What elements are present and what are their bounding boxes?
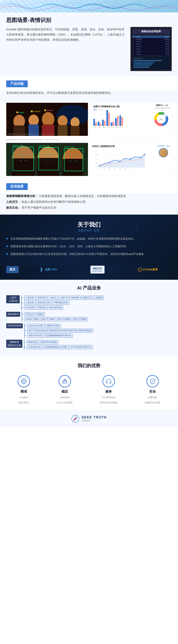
- svg-point-64: [140, 157, 141, 158]
- demo-box-faces: Happy 94.2% Neutral 87.5% Happy 91.3%: [6, 143, 88, 176]
- branch-image-1: 物体识别 文场字符存在检测: [25, 340, 172, 345]
- about-en-title: ABOUT US: [6, 229, 172, 232]
- demo-grid-row2: Happy 94.2% Neutral 87.5% Happy 91.3% 识别…: [6, 143, 172, 176]
- svg-text:中: 中: [130, 169, 131, 170]
- svg-text:0: 0: [96, 167, 97, 168]
- ai-products-section: AI 产品业务 人脸与人体识别 人脸识别 表情识别 人脸1:1 人脸1:N 活体…: [0, 280, 178, 356]
- score-bar-5: [133, 66, 149, 68]
- table-row: 2 Team B 59.12: [132, 40, 170, 43]
- tag-body-analysis: 人体分析: [24, 300, 35, 305]
- bar-item: 乐: [106, 110, 110, 128]
- svg-point-87: [23, 381, 24, 382]
- tags-row-1: 人脸识别 表情识别 人脸1:1 人脸1:N 活体检测 轮廓识别 人脸版量: [24, 296, 104, 300]
- svg-text:50: 50: [95, 158, 97, 160]
- advantages-grid: 精准 行业领先 AI算法能力 稳定 实时监测 全方位运维保障: [6, 375, 172, 404]
- cat-image-label: 图像检测智能识别分析: [6, 340, 22, 348]
- score-bar-1: [133, 60, 162, 61]
- product-feature-section: 产品功能 支持实时分析识别表情的变化，并可以以数据形式直观呈现当前使用者的情绪变…: [0, 76, 178, 103]
- tag-object-detect: 物体识别: [27, 340, 38, 344]
- donut-svg: 4人: [154, 112, 168, 126]
- yitu-logo: 依图 YITU: [39, 267, 57, 272]
- tags-ocr-2: 银行卡/营业执照/身份证/增值税发票/VIN码/电动车牌/行驶证/车辆登记/驾驶…: [27, 329, 93, 333]
- demo-label-1: 识别图例 Recognition Result 频率率比 Star: 1 202…: [7, 133, 54, 135]
- header-wave: [0, 0, 178, 12]
- tag-face-1-n: 人脸1:N: [58, 296, 69, 300]
- tag-id-3: 身份证三要素: [25, 317, 40, 321]
- score-bars: Performance: [132, 57, 170, 69]
- branch-row-2: 人体分析 动态动作识别 手势关键点识别: [22, 300, 172, 305]
- adv-sub2-stable: 全方位运维保障: [57, 401, 73, 404]
- face-avatar: [159, 148, 168, 157]
- svg-point-61: [109, 162, 110, 163]
- demo-box-people: 😄 Happy 😮 Surprise 😆 Excited 识别图例 Recogn…: [6, 103, 88, 136]
- branch-identity-1: 实名认证/人身核验: [22, 312, 172, 317]
- content-area: EmotiW 国际情感识别测试冠军算法。可识别愤怒、厌恶、恐惧、快乐、悲伤、惊讶…: [6, 27, 172, 71]
- adv-sub2-precise: AI算法能力: [18, 401, 29, 404]
- svg-point-65: [144, 154, 145, 155]
- emotion-table-title: 表情识别全球冠军: [132, 29, 170, 34]
- svg-text:愤: 愤: [98, 169, 100, 170]
- svg-point-36: [45, 160, 46, 160]
- title-section: 思图场景-表情识别 EmotiW 国际情感识别测试冠军算法。可识别愤怒、厌恶、恐…: [0, 12, 178, 76]
- fosun-icon: F: [138, 268, 142, 272]
- about-dot-2: [6, 246, 8, 247]
- svg-point-45: [75, 160, 76, 161]
- footer-logo: SEEK TRUTH 思图场景: [71, 415, 107, 423]
- about-item-2: 思图场景发算法团队成员主要来自CMU、UIUC、USC、清华、上海交大等国际知名…: [6, 244, 172, 249]
- tag-signature: 签字动作识别: [48, 306, 63, 310]
- table-row: 3 Team C 58.44: [132, 43, 170, 46]
- svg-point-27: [23, 157, 24, 158]
- tag-contour: 轮廓识别: [81, 296, 92, 300]
- about-items: 北京思图场景数据科技服务有限公司成立于2016年7月，由金融、科技行业专家和依图…: [6, 236, 172, 256]
- tags-image-1: 物体识别 文场字符存在检测: [27, 340, 58, 344]
- svg-text:100: 100: [95, 150, 97, 152]
- tag-overseas-ocr: 海外OCR识别: [27, 334, 43, 338]
- fosun-text: FOSUN复星: [143, 268, 158, 272]
- col-rank: #: [133, 36, 136, 38]
- ai-category-ocr: 文字OCR识别 自定义文字识别 通用文字识别 银行卡/营业执照/身份证/增值税发…: [6, 323, 172, 338]
- svg-point-43: [73, 157, 73, 158]
- table-row: 4 Team D 57.89: [132, 46, 170, 48]
- tag-gesture: 手势识别: [36, 306, 47, 310]
- adv-item-stable: 稳定 实时监测 全方位运维保障: [57, 375, 73, 404]
- tags-row-3: 行为分析 手势识别 签字动作识别: [24, 306, 63, 310]
- footer-text-area: SEEK TRUTH 思图场景: [82, 416, 107, 422]
- svg-point-6: [42, 112, 54, 126]
- adv-name-stable: 稳定: [62, 390, 68, 394]
- app-item-3: 娱乐互动： 用于用户视频平台娱乐互动: [6, 205, 172, 210]
- donut-area: 镜像中心：4人 识别出来后感情的比例分布 4人: [154, 104, 170, 127]
- emotion-table-card: 表情识别全球冠军 # Team Score 1 SisuTech 61.8683…: [130, 27, 172, 71]
- branch-row-1: 人脸识别 表情识别 人脸1:1 人脸1:N 活体检测 轮廓识别 人脸版量: [22, 295, 172, 300]
- tags-ocr-3: 海外OCR识别 信息核验/图像搜索/印章识别: [27, 334, 73, 338]
- about-text-3: 思图场景致力于以AI技术助力企业业务优化升级，目前已和300+行业客户开展合作，…: [10, 252, 146, 256]
- tag-motion-recog: 动态动作识别: [36, 300, 51, 305]
- about-text-2: 思图场景发算法团队成员主要来自CMU、UIUC、USC、清华、上海交大等国际知名…: [10, 244, 128, 249]
- advantages-section: 我们的优势 精准 行业领先 AI算法能力: [0, 356, 178, 410]
- emotion-table-header: # Team Score: [132, 35, 170, 38]
- faces-image: Happy 94.2% Neutral 87.5% Happy 91.3%: [6, 143, 88, 176]
- svg-text:Happy 94.2%: Happy 94.2%: [13, 144, 23, 146]
- svg-text:😄 Happy: 😄 Happy: [16, 111, 25, 114]
- cat-ocr-label: 文字OCR识别: [6, 323, 23, 328]
- cat-face-branches: 人脸识别 表情识别 人脸1:1 人脸1:N 活体检测 轮廓识别 人脸版量 人体分…: [21, 295, 172, 310]
- cat-ocr-branches: 自定义文字识别 通用文字识别 银行卡/营业执照/身份证/增值税发票/VIN码/电…: [25, 323, 172, 338]
- tag-expression: 表情识别: [36, 296, 47, 300]
- cat-identity-label: 身份反欺诈: [6, 312, 20, 316]
- svg-text:😮 Surprise: 😮 Surprise: [31, 110, 40, 113]
- svg-text:4人: 4人: [160, 118, 163, 120]
- svg-text:厌: 厌: [104, 169, 105, 170]
- svg-point-8: [58, 115, 68, 126]
- tag-doc-review: 文件票据智能短片片审核: [43, 345, 69, 349]
- page-title: 思图场景-表情识别: [6, 16, 172, 24]
- ai-category-identity: 身份反欺诈 实名认证/人身核验 身份证三要素 银行卡三要素 银行卡四要素 银行卡…: [6, 312, 172, 322]
- table-row: 6 Team F 55.11: [132, 50, 170, 53]
- yitu-icon: [39, 267, 44, 272]
- svg-text:悲: 悲: [119, 169, 121, 170]
- tag-gesture-keypoint: 手势关键点识别: [52, 300, 69, 305]
- app-item-1: 智能营销顾客情绪分析： 分析顾客面部表情，解读出客人的情绪信息，分析顾客的体验满…: [6, 193, 172, 199]
- tags-ocr-1: 自定义文字识别 通用文字识别: [27, 324, 61, 328]
- table-row: 1 SisuTech 61.8683: [132, 38, 170, 40]
- svg-point-97: [109, 384, 109, 384]
- svg-text:恐: 恐: [109, 169, 110, 170]
- tags-image-2: 文件自动分类 文件票据智能短片片审核 文件分类切片训练平台: [27, 345, 93, 349]
